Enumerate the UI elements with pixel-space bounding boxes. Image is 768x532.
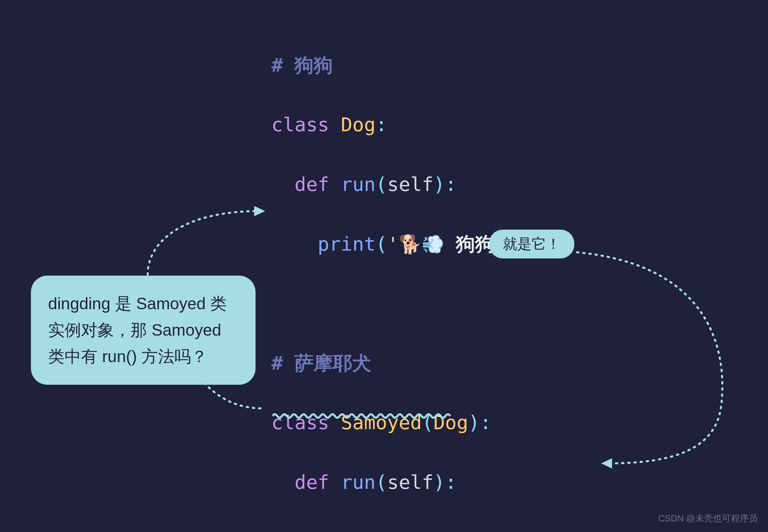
svg-marker-0	[254, 206, 265, 216]
fn-run: run	[341, 173, 375, 195]
code-block: # 狗狗 class Dog: def run(self): print('🐕💨…	[271, 21, 606, 532]
callout-text: dingding 是 Samoyed 类实例对象，那 Samoyed 类中有 r…	[48, 294, 227, 366]
comment-dog: # 狗狗	[271, 54, 333, 76]
kw-def: def	[294, 471, 329, 493]
kw-class: class	[271, 113, 329, 136]
explainer-callout: dingding 是 Samoyed 类实例对象，那 Samoyed 类中有 r…	[31, 276, 256, 385]
fn-print: print	[318, 233, 376, 255]
colon: :	[375, 113, 387, 136]
class-dog: Dog	[341, 113, 375, 136]
watermark: CSDN @未秃也可程序员	[658, 512, 758, 524]
fn-print2: print	[318, 531, 376, 532]
fn-run2: run	[341, 471, 375, 493]
squiggle-underline	[272, 413, 452, 419]
dog-dash-emoji: 🐕💨	[399, 234, 444, 255]
kw-def: def	[294, 173, 329, 195]
badge-text: 就是它！	[503, 236, 561, 252]
found-it-badge: 就是它！	[489, 230, 574, 258]
comment-samoyed: # 萨摩耶犬	[271, 352, 371, 374]
